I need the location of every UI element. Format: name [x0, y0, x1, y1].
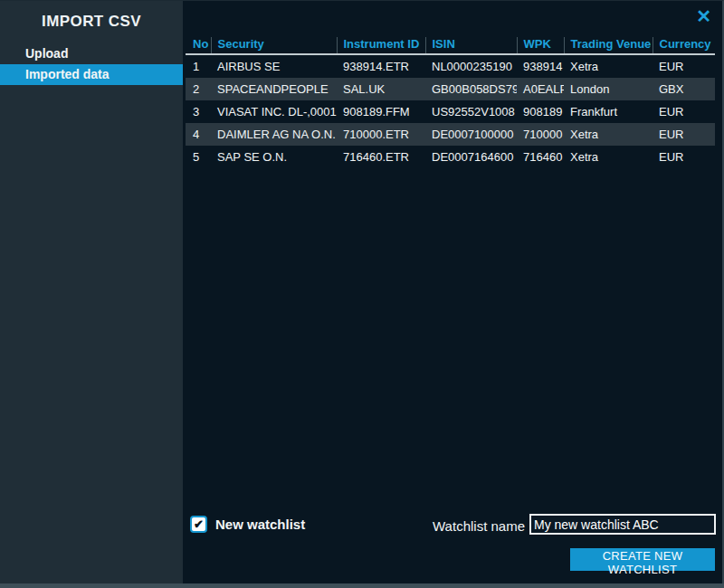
- cell-isin: DE0007100000: [425, 123, 517, 146]
- cell-wpk: A0EALP: [517, 78, 564, 100]
- col-header-instrument-id: Instrument ID: [337, 37, 425, 54]
- sidebar-item-imported-data[interactable]: Imported data: [0, 64, 183, 85]
- cell-no: 4: [186, 123, 211, 146]
- cell-trading-venue: Frankfurt: [564, 100, 653, 123]
- cell-isin: DE0007164600: [425, 146, 517, 168]
- table-row: 4 DAIMLER AG NA O.N. 710000.ETR DE000710…: [186, 123, 715, 146]
- cell-trading-venue: Xetra: [564, 123, 653, 146]
- cell-security: SPACEANDPEOPLE: [211, 78, 337, 100]
- cell-trading-venue: Xetra: [564, 146, 653, 168]
- cell-wpk: 938914: [517, 54, 564, 78]
- cell-trading-venue: London: [564, 78, 653, 100]
- cell-currency: EUR: [653, 146, 715, 168]
- cell-instrument-id: SAL.UK: [337, 78, 425, 100]
- close-icon[interactable]: ✕: [696, 5, 711, 27]
- sidebar-item-upload[interactable]: Upload: [0, 43, 183, 64]
- table-header-row: No Security Instrument ID ISIN WPK Tradi…: [186, 37, 715, 54]
- page-title: IMPORT CSV: [0, 1, 183, 34]
- watchlist-name-label: Watchlist name: [344, 518, 525, 534]
- main-panel: ✕ No Security Instrument ID ISIN WPK Tra…: [183, 1, 722, 584]
- cell-no: 5: [186, 146, 211, 168]
- cell-instrument-id: 938914.ETR: [337, 54, 425, 78]
- cell-security: SAP SE O.N.: [211, 146, 337, 168]
- sidebar-menu: Upload Imported data: [0, 43, 183, 85]
- new-watchlist-checkbox-label: New watchlist: [215, 517, 305, 532]
- table-row: 3 VIASAT INC. DL-,0001 908189.FFM US9255…: [186, 100, 715, 123]
- cell-instrument-id: 716460.ETR: [337, 146, 425, 168]
- cell-security: DAIMLER AG NA O.N.: [211, 123, 337, 146]
- cell-trading-venue: Xetra: [564, 54, 653, 78]
- cell-isin: NL0000235190: [425, 54, 517, 78]
- cell-wpk: 716460: [517, 146, 564, 168]
- watchlist-name-input[interactable]: [529, 514, 716, 535]
- col-header-trading-venue: Trading Venue: [564, 37, 653, 54]
- col-header-wpk: WPK: [517, 37, 564, 54]
- cell-no: 3: [186, 100, 211, 123]
- imported-data-table: No Security Instrument ID ISIN WPK Tradi…: [186, 37, 715, 168]
- import-csv-dialog: IMPORT CSV Upload Imported data ✕ No Sec…: [0, 0, 724, 588]
- cell-currency: EUR: [653, 54, 715, 78]
- cell-isin: US92552V1008: [425, 100, 517, 123]
- checkmark-icon: ✔: [194, 517, 204, 531]
- table-row: 5 SAP SE O.N. 716460.ETR DE0007164600 71…: [186, 146, 715, 168]
- cell-security: AIRBUS SE: [211, 54, 337, 78]
- cell-instrument-id: 908189.FFM: [337, 100, 425, 123]
- col-header-no: No: [186, 37, 211, 54]
- cell-wpk: 908189: [517, 100, 564, 123]
- window-bottom-edge: [0, 583, 724, 588]
- new-watchlist-checkbox-group: ✔ New watchlist: [190, 516, 305, 533]
- cell-security: VIASAT INC. DL-,0001: [211, 100, 337, 123]
- cell-currency: GBX: [653, 78, 715, 100]
- table-row: 1 AIRBUS SE 938914.ETR NL0000235190 9389…: [186, 54, 715, 78]
- new-watchlist-checkbox[interactable]: ✔: [190, 516, 207, 533]
- cell-currency: EUR: [653, 100, 715, 123]
- col-header-isin: ISIN: [425, 37, 517, 54]
- sidebar: IMPORT CSV Upload Imported data: [0, 1, 183, 584]
- table-row: 2 SPACEANDPEOPLE SAL.UK GB00B058DS79 A0E…: [186, 78, 715, 100]
- cell-instrument-id: 710000.ETR: [337, 123, 425, 146]
- col-header-security: Security: [211, 37, 337, 54]
- cell-wpk: 710000: [517, 123, 564, 146]
- cell-isin: GB00B058DS79: [425, 78, 517, 100]
- cell-currency: EUR: [653, 123, 715, 146]
- create-new-watchlist-button[interactable]: CREATE NEW WATCHLIST: [570, 548, 715, 571]
- cell-no: 1: [186, 54, 211, 78]
- col-header-currency: Currency: [653, 37, 715, 54]
- cell-no: 2: [186, 78, 211, 100]
